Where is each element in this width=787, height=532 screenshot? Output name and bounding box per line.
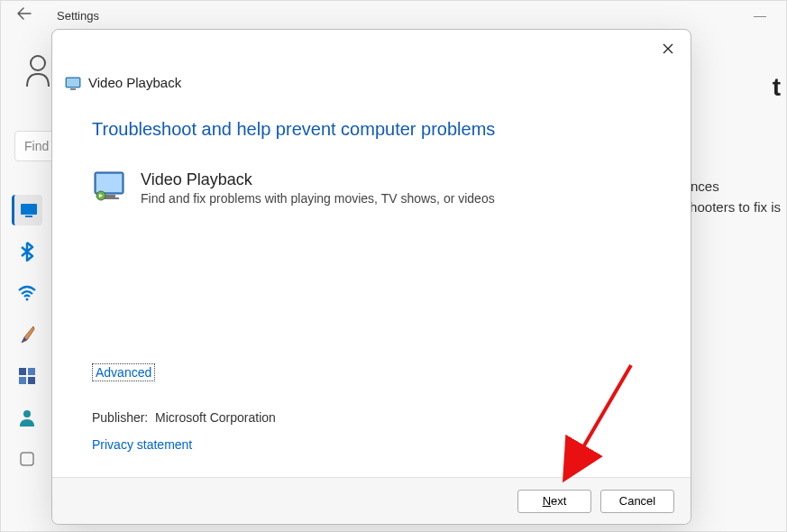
item-description: Find and fix problems with playing movie… — [141, 191, 495, 206]
svg-rect-5 — [28, 368, 35, 375]
dialog-content: Troubleshoot and help prevent computer p… — [52, 90, 691, 477]
sidebar-item-personalization[interactable] — [12, 319, 42, 350]
settings-title: Settings — [57, 9, 99, 23]
bg-text-fragment: ences shooters to fix is — [683, 177, 781, 217]
svg-rect-2 — [25, 216, 32, 217]
item-title: Video Playback — [141, 170, 495, 189]
person-icon — [18, 408, 36, 427]
sidebar-item-accounts[interactable] — [12, 402, 42, 433]
svg-rect-9 — [21, 453, 33, 465]
svg-point-3 — [26, 298, 29, 301]
display-icon — [20, 203, 38, 217]
wifi-icon — [17, 285, 37, 301]
settings-titlebar: Settings — — [1, 1, 786, 30]
sidebar-item-apps[interactable] — [12, 361, 42, 391]
video-playback-icon — [92, 170, 128, 203]
svg-point-0 — [31, 56, 45, 70]
svg-rect-7 — [28, 377, 35, 384]
dialog-header — [52, 30, 691, 68]
svg-point-8 — [23, 410, 31, 417]
search-placeholder: Find — [24, 139, 49, 153]
minimize-button[interactable]: — — [743, 5, 777, 26]
svg-rect-14 — [96, 174, 122, 192]
sidebar-item-system[interactable] — [12, 195, 42, 225]
close-icon — [663, 43, 673, 54]
close-button[interactable] — [654, 35, 682, 62]
settings-sidebar — [12, 195, 42, 474]
sidebar-item-more[interactable] — [12, 444, 42, 474]
svg-rect-4 — [19, 368, 26, 375]
publisher-label: Publisher: — [92, 410, 148, 425]
sidebar-item-network[interactable] — [12, 278, 42, 308]
publisher-row: Publisher: Microsoft Corporation — [92, 410, 276, 425]
apps-icon — [18, 367, 36, 385]
publisher-value: Microsoft Corporation — [155, 410, 276, 425]
svg-rect-6 — [19, 377, 26, 384]
svg-rect-11 — [67, 78, 79, 87]
cancel-button[interactable]: Cancel — [600, 490, 674, 513]
bg-heading-fragment: t — [773, 73, 781, 102]
svg-rect-1 — [21, 204, 37, 215]
brush-icon — [18, 325, 36, 344]
dialog-window-title: Video Playback — [88, 75, 181, 90]
bluetooth-icon — [19, 242, 35, 261]
sidebar-item-bluetooth[interactable] — [12, 236, 42, 267]
next-button[interactable]: Next — [517, 490, 591, 513]
dialog-title-row: Video Playback — [52, 75, 691, 90]
more-icon — [19, 451, 35, 467]
privacy-statement-link[interactable]: Privacy statement — [92, 437, 192, 452]
troubleshooter-item: Video Playback Find and fix problems wit… — [92, 170, 651, 206]
advanced-link[interactable]: Advanced — [92, 363, 155, 381]
back-button[interactable] — [10, 4, 39, 27]
monitor-icon — [65, 77, 81, 89]
wizard-heading: Troubleshoot and help prevent computer p… — [92, 119, 651, 140]
search-input[interactable]: Find — [14, 131, 55, 161]
dialog-footer: Next Cancel — [52, 477, 691, 524]
troubleshooter-dialog: Video Playback Troubleshoot and help pre… — [51, 29, 691, 525]
